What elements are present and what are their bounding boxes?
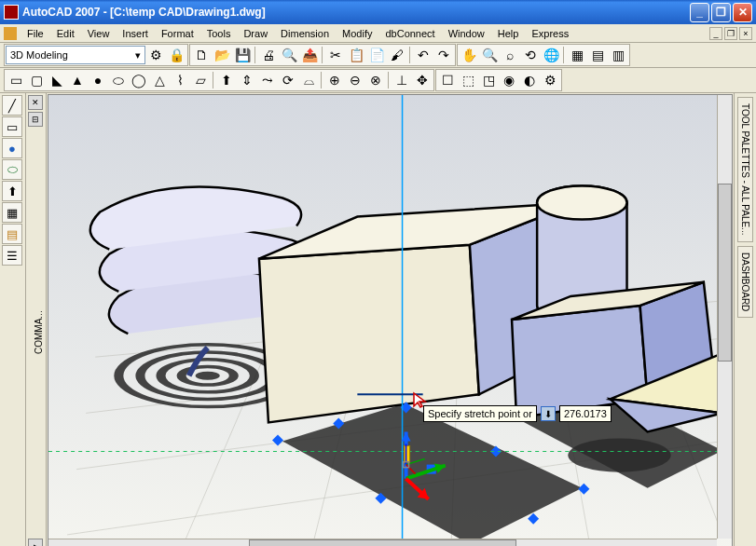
vertical-scrollbar[interactable] [717,95,732,539]
sweep-icon[interactable]: ⤳ [257,71,278,89]
menu-file[interactable]: File [21,26,50,41]
separator [563,47,565,63]
planar-surface-icon[interactable]: ▱ [190,71,211,89]
block-icon[interactable]: ▦ [2,202,22,223]
presspull-icon[interactable]: ⇕ [237,71,257,89]
menu-dimension[interactable]: Dimension [274,26,336,41]
palette-close-icon[interactable]: ✕ [28,95,43,110]
workspaces-toolbar: 3D Modeling ⚙ 🔒 [4,44,188,66]
sheetset-icon[interactable]: ▤ [587,46,608,64]
prompt-value[interactable]: 276.0173 [559,405,612,422]
separator [321,72,323,89]
intersect-icon[interactable]: ⊗ [365,71,386,89]
scroll-thumb[interactable] [249,539,516,546]
union-icon[interactable]: ⊕ [324,71,345,89]
separator [409,47,411,63]
command-palette[interactable]: ✕ ⊟ COMMA... ▸ [26,93,47,546]
workspace-lock-icon[interactable]: 🔒 [166,46,186,64]
vs-3dwireframe-icon[interactable]: ⬚ [458,71,478,89]
cone-icon[interactable]: ▲ [67,71,88,89]
pan-icon[interactable]: ✋ [459,46,479,64]
new-icon[interactable]: 🗋 [191,46,212,64]
maximize-button[interactable]: ❐ [711,3,731,22]
properties-icon[interactable]: ▦ [567,46,587,64]
palette-autohide-icon[interactable]: ⊟ [28,112,43,127]
match-properties-icon[interactable]: 🖌 [387,46,407,64]
menu-modify[interactable]: Modify [336,26,378,41]
svg-point-14 [568,438,670,471]
dashboard-tab[interactable]: DASHBOARD [737,246,753,318]
close-button[interactable]: ✕ [733,3,752,22]
publish-icon[interactable]: 📤 [299,46,320,64]
vs-conceptual-icon[interactable]: ◐ [519,71,540,89]
separator [388,72,390,89]
rectangle-icon[interactable]: ▭ [2,116,22,137]
menu-view[interactable]: View [81,26,117,41]
menu-help[interactable]: Help [491,26,526,41]
sphere-icon[interactable]: ● [88,71,108,89]
mdi-close-button[interactable]: × [739,27,752,40]
workspace-settings-icon[interactable]: ⚙ [145,46,166,64]
pyramid-icon[interactable]: △ [149,71,170,89]
properties-icon[interactable]: ☰ [2,245,22,266]
line-icon[interactable]: ╱ [2,95,22,116]
workspace-dropdown[interactable]: 3D Modeling [6,46,145,64]
helix-icon[interactable]: ⌇ [170,71,190,89]
undo-icon[interactable]: ↶ [413,46,433,64]
cylinder-icon[interactable]: ⬭ [2,159,22,180]
layer-icon[interactable]: ▤ [2,224,22,244]
extrude-icon[interactable]: ⬆ [216,71,237,89]
horizontal-scrollbar[interactable] [48,539,717,546]
menu-edit[interactable]: Edit [50,26,81,41]
sphere-icon[interactable]: ● [2,138,22,158]
loft-icon[interactable]: ⌓ [298,71,319,89]
drawing-canvas[interactable]: Specify stretch point or ⬇ 276.0173 [48,94,733,546]
menu-draw[interactable]: Draw [237,26,274,41]
solids-toolbar: ▭ ▢ ◣ ▲ ● ⬭ ◯ △ ⌇ ▱ ⬆ ⇕ ⤳ ⟳ ⌓ ⊕ ⊖ ⊗ ⊥ ✥ [4,69,434,91]
cut-icon[interactable]: ✂ [325,46,346,64]
save-icon[interactable]: 💾 [232,46,253,64]
copy-icon[interactable]: 📋 [346,46,366,64]
minimize-button[interactable]: _ [690,3,709,22]
paste-icon[interactable]: 📄 [366,46,387,64]
app-icon [4,5,19,20]
dyn-options-icon[interactable]: ⬇ [541,406,556,421]
zoom-window-icon[interactable]: ⌕ [500,46,520,64]
mdi-minimize-button[interactable]: _ [709,27,722,40]
menu-tools[interactable]: Tools [200,26,238,41]
revolve-icon[interactable]: ⟳ [278,71,298,89]
subtract-icon[interactable]: ⊖ [345,71,365,89]
print-icon[interactable]: 🖨 [258,46,279,64]
box-icon[interactable]: ▢ [26,71,47,89]
left-toolbar: ╱ ▭ ● ⬭ ⬆ ▦ ▤ ☰ [0,93,26,546]
orbit-icon[interactable]: 🌐 [541,46,561,64]
window-title: AutoCAD 2007 - [C:\temp CAD\Drawing1.dwg… [22,6,688,19]
vs-2dwireframe-icon[interactable]: ☐ [437,71,458,89]
vs-realistic-icon[interactable]: ◉ [499,71,519,89]
menu-format[interactable]: Format [155,26,200,41]
scroll-thumb[interactable] [718,184,732,361]
mdi-restore-button[interactable]: ❐ [724,27,737,40]
ucs-icon[interactable]: ⊥ [392,71,412,89]
menu-window[interactable]: Window [442,26,491,41]
polysolid-icon[interactable]: ▭ [6,71,26,89]
command-palette-label: COMMA... [28,129,44,537]
zoom-realtime-icon[interactable]: 🔍 [479,46,500,64]
cylinder-icon[interactable]: ⬭ [108,71,129,89]
menu-dbconnect[interactable]: dbConnect [378,26,441,41]
zoom-previous-icon[interactable]: ⟲ [520,46,541,64]
wedge-icon[interactable]: ◣ [47,71,67,89]
toolpalettes-icon[interactable]: ▥ [608,46,628,64]
open-icon[interactable]: 📂 [212,46,232,64]
torus-icon[interactable]: ◯ [129,71,149,89]
redo-icon[interactable]: ↷ [433,46,454,64]
menu-express[interactable]: Express [525,26,575,41]
palette-expand-icon[interactable]: ▸ [28,539,43,546]
extrude-icon[interactable]: ⬆ [2,181,22,201]
menu-insert[interactable]: Insert [116,26,155,41]
print-preview-icon[interactable]: 🔍 [279,46,299,64]
tool-palettes-tab[interactable]: TOOL PALETTES - ALL PALE... [737,97,753,242]
vs-3dhidden-icon[interactable]: ◳ [478,71,499,89]
vs-manage-icon[interactable]: ⚙ [540,71,560,89]
3dmove-icon[interactable]: ✥ [412,71,433,89]
